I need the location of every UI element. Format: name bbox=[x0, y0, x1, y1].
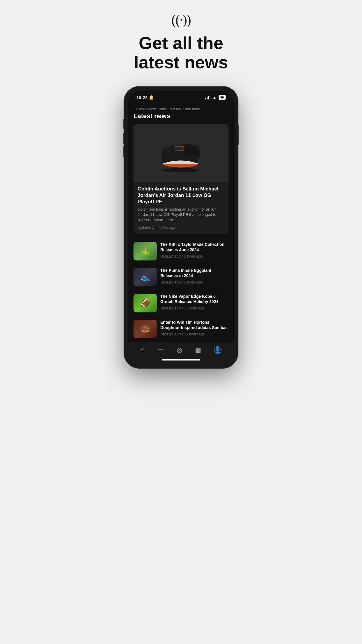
news-thumbnail: 🏈 bbox=[133, 294, 157, 312]
wifi-icon: ▲ bbox=[212, 95, 217, 100]
news-thumbnail: ⛳ bbox=[133, 242, 157, 260]
list-item[interactable]: ⛳ The Kith x TaylorMade Collection Relea… bbox=[133, 238, 229, 264]
hero-title[interactable]: Goldin Auctions is Selling Michael Jorda… bbox=[138, 186, 224, 205]
list-item[interactable]: 🏈 The Nike Vapor Edge Kobe 6 Grinch Rele… bbox=[133, 290, 229, 316]
news-info: The Nike Vapor Edge Kobe 6 Grinch Releas… bbox=[160, 294, 229, 311]
silent-icon: 🔔 bbox=[149, 95, 154, 100]
thumb-icon: 🏈 bbox=[140, 298, 150, 308]
app-screen: Exclusive news, leaks, first looks and m… bbox=[128, 102, 234, 342]
section-subtitle: Exclusive news, leaks, first looks and m… bbox=[133, 107, 229, 111]
profile-icon: 👤 bbox=[214, 346, 222, 354]
nav-profile[interactable]: 👤 bbox=[214, 346, 222, 354]
section-title: Latest news bbox=[133, 112, 229, 120]
nav-discover[interactable]: ◎ bbox=[177, 347, 182, 353]
news-time: Updated about 21 hours ago bbox=[160, 306, 205, 310]
hero-card[interactable]: Goldin Auctions is Selling Michael Jorda… bbox=[133, 124, 229, 234]
news-info: The Kith x TaylorMade Collection Release… bbox=[160, 242, 229, 259]
phone-shell: 10:22 🔔 ▲ 90 Exclusive news, leaks, firs… bbox=[124, 87, 238, 368]
hero-description: Goldin Auctions is hosting an auction fo… bbox=[138, 207, 224, 223]
list-item[interactable]: 👟 The Puma Inhale Eggplant Releases in 2… bbox=[133, 264, 229, 290]
news-title: The Puma Inhale Eggplant Releases in 202… bbox=[160, 268, 229, 278]
bottom-nav: ⌂ 〜 ◎ ▦ 👤 bbox=[128, 342, 234, 357]
news-time: Updated about 2 hours ago bbox=[160, 280, 203, 284]
hero-image bbox=[133, 124, 229, 182]
nav-home[interactable]: ⌂ bbox=[140, 347, 144, 353]
news-thumbnail: 👟 bbox=[133, 268, 157, 286]
promo-title: Get all the latest news bbox=[134, 34, 228, 72]
svg-point-0 bbox=[163, 168, 199, 172]
news-info: Enter to Win Tim Hortons' Doughnut-Inspi… bbox=[160, 320, 229, 337]
hero-text: Goldin Auctions is Selling Michael Jorda… bbox=[133, 182, 229, 234]
news-time: Updated about 21 hours ago bbox=[160, 332, 205, 336]
home-icon: ⌂ bbox=[140, 347, 144, 353]
news-title: The Nike Vapor Edge Kobe 6 Grinch Releas… bbox=[160, 294, 229, 304]
hero-time: Updated 24 minutes ago bbox=[138, 225, 176, 230]
battery-indicator: 90 bbox=[219, 95, 226, 100]
news-thumbnail: 🍩 bbox=[133, 320, 157, 338]
status-time: 10:22 🔔 bbox=[136, 95, 154, 100]
thumb-icon: 👟 bbox=[140, 272, 150, 282]
news-info: The Puma Inhale Eggplant Releases in 202… bbox=[160, 268, 229, 285]
sneaker-illustration bbox=[155, 131, 207, 175]
home-indicator-bar bbox=[128, 357, 234, 364]
discover-icon: ◎ bbox=[177, 347, 182, 353]
status-bar: 10:22 🔔 ▲ 90 bbox=[128, 91, 234, 102]
news-title: The Kith x TaylorMade Collection Release… bbox=[160, 242, 229, 252]
signal-icon bbox=[205, 96, 210, 99]
news-list: ⛳ The Kith x TaylorMade Collection Relea… bbox=[133, 238, 229, 342]
status-right: ▲ 90 bbox=[205, 95, 226, 100]
phone-screen: 10:22 🔔 ▲ 90 Exclusive news, leaks, firs… bbox=[128, 91, 234, 364]
thumb-icon: ⛳ bbox=[140, 246, 150, 256]
news-title: Enter to Win Tim Hortons' Doughnut-Inspi… bbox=[160, 320, 229, 330]
list-item[interactable]: 🍩 Enter to Win Tim Hortons' Doughnut-Ins… bbox=[133, 316, 229, 342]
news-time: Updated about 2 hours ago bbox=[160, 254, 203, 258]
nav-activity[interactable]: 〜 bbox=[157, 347, 164, 353]
thumb-icon: 🍩 bbox=[140, 324, 150, 334]
home-indicator-pill bbox=[162, 359, 200, 360]
calendar-icon: ▦ bbox=[195, 347, 201, 353]
promo-icon: ((·)) bbox=[171, 12, 191, 28]
activity-icon: 〜 bbox=[157, 347, 164, 353]
nav-calendar[interactable]: ▦ bbox=[195, 347, 201, 353]
